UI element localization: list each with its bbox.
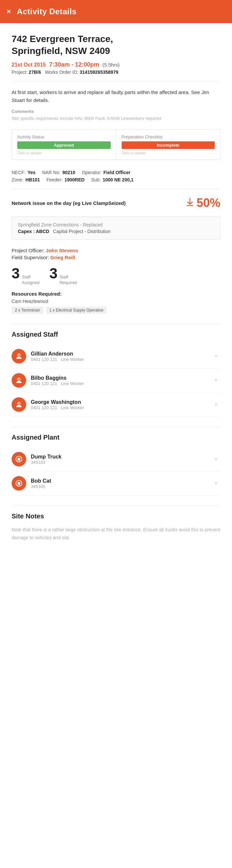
project-officer-label: Project Officer: — [11, 248, 45, 253]
project-label: Project: — [11, 69, 27, 75]
staff-counts: 3 Staff Assigned 3 Staff Required — [11, 266, 221, 286]
plant-item-0: Dump Truck 345333 × — [11, 447, 221, 471]
staff-contact-1: 0401 120 121 Line Worker — [31, 381, 207, 386]
divider-2 — [11, 189, 221, 189]
time-range: 7:30am - 12:00pm — [49, 61, 99, 68]
field-supervisor-row: Field Supervisor: Grieg Reill — [11, 255, 221, 260]
capex-detail: Capex : ABCD Capital Project - Distribut… — [18, 229, 214, 234]
resources-name: Cam Heazlewood — [11, 299, 221, 304]
date: 21st Oct 2015 — [11, 62, 46, 68]
work-order-id: 314159265358979 — [80, 69, 118, 75]
necf-label: NECF: — [11, 170, 26, 175]
address-line1: 742 Evergreen Terrace, — [11, 34, 113, 44]
staff-icon-2 — [11, 397, 26, 412]
staff-item-2: George Washington 0401 120 121 Line Work… — [11, 393, 221, 417]
assigned-staff-title: Assigned Staff — [11, 331, 221, 338]
divider-5 — [11, 505, 221, 506]
work-order-label: Works Order ID: — [45, 69, 78, 75]
plant-name-1: Bob Cat — [31, 478, 207, 484]
status-row: Activity Status Approved Click to update… — [11, 129, 221, 160]
svg-point-12 — [20, 485, 21, 486]
capex-title: Springfield Zone Connections - Replaced — [18, 222, 214, 227]
staff-info-1: Bilbo Baggins 0401 120 121 Line Worker — [31, 375, 207, 386]
staff-name-0: Gillian Anderson — [31, 351, 207, 357]
resources-title: Resources Required: — [11, 291, 221, 297]
checklist-status-cell: Preperation Checklist Incomplete Click t… — [116, 130, 221, 160]
description: At first start, workers to arrive and re… — [11, 88, 221, 104]
staff-icon-0 — [11, 349, 26, 364]
remove-plant-0[interactable]: × — [211, 455, 221, 464]
sub-value: 1000 NE 200,1 — [103, 177, 134, 182]
resource-tag-0: 2 x Technician — [11, 307, 44, 314]
zone-label: Zone: — [11, 177, 24, 182]
plant-id-1: 345345 — [31, 484, 207, 489]
staff-item-1: Bilbo Baggins 0401 120 121 Line Worker × — [11, 368, 221, 393]
network-info-row1: NECF: Yes NAR No: 90210 Operator: Field … — [11, 170, 221, 175]
network-issue-row: Network issue on the day (eg Live ClampS… — [11, 196, 221, 210]
header: × Activity Details — [0, 0, 232, 23]
divider-3 — [11, 324, 221, 324]
checklist-label: Preperation Checklist — [122, 134, 215, 140]
necf-value: Yes — [28, 170, 35, 175]
activity-click-update[interactable]: Click to update — [17, 151, 111, 155]
field-supervisor-name[interactable]: Grieg Reill — [50, 255, 75, 260]
address: 742 Evergreen Terrace, Springfield, NSW … — [11, 33, 221, 57]
network-info-row2: Zone: HB101 Feeder: 1900RED Sub: 1000 NE… — [11, 177, 221, 182]
zone-value: HB101 — [26, 177, 40, 182]
checklist-status-badge[interactable]: Incomplete — [122, 142, 215, 149]
operator-label: Operator: — [82, 170, 102, 175]
plant-item-1: Bob Cat 345345 × — [11, 471, 221, 496]
sub-label: Sub: — [91, 177, 101, 182]
resource-tags: 2 x Technician 1 x Electrical Supply Ope… — [11, 307, 221, 314]
project-id: 27B/6 — [29, 69, 41, 75]
page-title: Activity Details — [17, 7, 77, 16]
capex-desc: Capital Project - Distribution — [53, 229, 111, 234]
comments-text: Site specific requirments include HAL-90… — [11, 115, 221, 122]
remove-plant-1[interactable]: × — [211, 479, 221, 488]
project-row: Project: 27B/6 Works Order ID: 314159265… — [11, 69, 221, 75]
divider-1 — [11, 82, 221, 82]
staff-contact-0: 0401 120 121 Line Worker — [31, 357, 207, 362]
nar-label: NAR No: — [42, 170, 60, 175]
close-button[interactable]: × — [7, 7, 11, 16]
plant-name-0: Dump Truck — [31, 454, 207, 460]
activity-status-badge[interactable]: Approved — [17, 142, 111, 149]
feeder-value: 1900RED — [64, 177, 85, 182]
staff-icon-1 — [11, 373, 26, 388]
nar-value: 90210 — [62, 170, 75, 175]
svg-point-11 — [18, 485, 19, 486]
download-icon — [185, 197, 195, 209]
field-supervisor-label: Field Supervisor: — [11, 255, 49, 260]
site-notes-text: Note that there is a rather large obstru… — [11, 526, 221, 542]
svg-point-8 — [18, 461, 19, 462]
main-content: 742 Evergreen Terrace, Springfield, NSW … — [0, 23, 232, 555]
capex-box: Springfield Zone Connections - Replaced … — [11, 217, 221, 240]
project-officer-name[interactable]: John Stevens — [46, 248, 78, 253]
assigned-label: Staff Assigned — [22, 274, 39, 286]
staff-name-2: George Washington — [31, 399, 207, 405]
activity-status-label: Activity Status — [17, 134, 111, 140]
plant-id-0: 345333 — [31, 460, 207, 465]
divider-4 — [11, 427, 221, 427]
feeder-label: Feeder: — [47, 177, 62, 182]
remove-staff-1[interactable]: × — [211, 376, 221, 385]
plant-info-1: Bob Cat 345345 — [31, 478, 207, 489]
resource-tag-1: 1 x Electrical Supply Operative — [46, 307, 107, 314]
staff-item-0: Gillian Anderson 0401 120 121 Line Worke… — [11, 344, 221, 368]
staff-list: Gillian Anderson 0401 120 121 Line Worke… — [11, 344, 221, 417]
remove-staff-0[interactable]: × — [211, 351, 221, 361]
plant-info-0: Dump Truck 345333 — [31, 454, 207, 465]
remove-staff-2[interactable]: × — [211, 400, 221, 409]
plant-icon-0 — [11, 452, 26, 466]
staff-required-count: 3 Staff Required — [49, 266, 77, 286]
staff-name-1: Bilbo Baggins — [31, 375, 207, 381]
network-issue-value: 50% — [185, 196, 221, 210]
network-issue-label: Network issue on the day (eg Live ClampS… — [11, 200, 126, 206]
staff-contact-2: 0401 120 121 Line Worker — [31, 405, 207, 410]
assigned-number: 3 — [11, 266, 20, 281]
duration: (5.5hrs) — [103, 62, 120, 67]
site-notes-title: Site Notes — [11, 513, 221, 520]
checklist-click-update[interactable]: Click to update — [122, 151, 215, 155]
svg-point-9 — [20, 461, 21, 462]
comments-label: Comments — [11, 109, 221, 114]
